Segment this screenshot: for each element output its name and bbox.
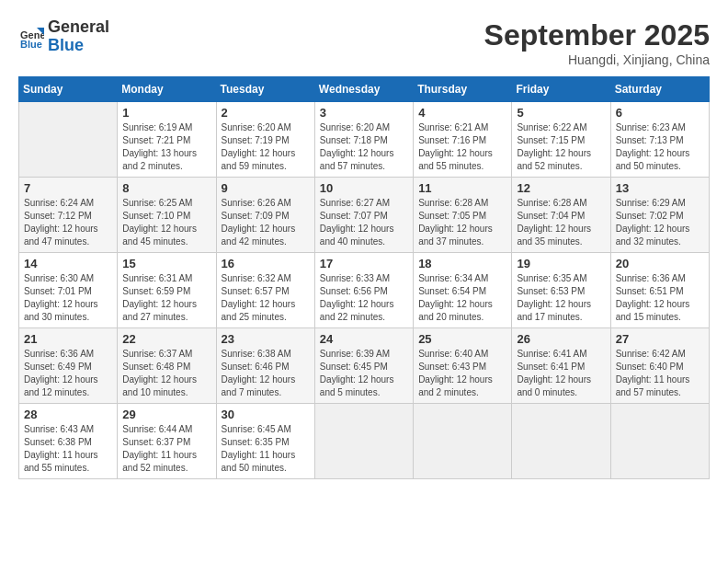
- logo-text: General Blue: [48, 18, 109, 55]
- location-subtitle: Huangdi, Xinjiang, China: [484, 52, 710, 67]
- column-header-monday: Monday: [118, 77, 216, 102]
- calendar-header: SundayMondayTuesdayWednesdayThursdayFrid…: [19, 77, 710, 102]
- day-number: 24: [320, 332, 408, 346]
- month-title: September 2025: [484, 18, 710, 52]
- column-header-tuesday: Tuesday: [216, 77, 314, 102]
- day-number: 28: [24, 408, 112, 421]
- day-info: Sunrise: 6:34 AMSunset: 6:54 PMDaylight:…: [418, 272, 506, 324]
- calendar-cell: 14Sunrise: 6:30 AMSunset: 7:01 PMDayligh…: [19, 253, 118, 328]
- day-number: 22: [122, 332, 210, 346]
- calendar-week-row: 14Sunrise: 6:30 AMSunset: 7:01 PMDayligh…: [19, 253, 710, 328]
- day-info: Sunrise: 6:39 AMSunset: 6:45 PMDaylight:…: [320, 348, 408, 399]
- day-number: 8: [122, 181, 210, 195]
- day-number: 29: [122, 408, 210, 421]
- day-number: 1: [122, 106, 210, 120]
- day-info: Sunrise: 6:27 AMSunset: 7:07 PMDaylight:…: [320, 197, 408, 248]
- day-info: Sunrise: 6:32 AMSunset: 6:57 PMDaylight:…: [222, 272, 310, 324]
- day-number: 11: [418, 181, 506, 195]
- calendar-cell: 6Sunrise: 6:23 AMSunset: 7:13 PMDaylight…: [610, 102, 709, 178]
- calendar-week-row: 1Sunrise: 6:19 AMSunset: 7:21 PMDaylight…: [19, 102, 710, 178]
- day-info: Sunrise: 6:43 AMSunset: 6:38 PMDaylight:…: [24, 423, 112, 475]
- calendar-cell: 28Sunrise: 6:43 AMSunset: 6:38 PMDayligh…: [19, 404, 118, 479]
- column-header-friday: Friday: [512, 77, 610, 102]
- day-number: 6: [616, 106, 704, 120]
- calendar-cell: 27Sunrise: 6:42 AMSunset: 6:40 PMDayligh…: [610, 328, 709, 404]
- day-number: 15: [122, 257, 210, 270]
- day-info: Sunrise: 6:28 AMSunset: 7:05 PMDaylight:…: [418, 197, 506, 248]
- day-info: Sunrise: 6:33 AMSunset: 6:56 PMDaylight:…: [320, 272, 408, 324]
- day-info: Sunrise: 6:19 AMSunset: 7:21 PMDaylight:…: [122, 121, 210, 173]
- day-info: Sunrise: 6:45 AMSunset: 6:35 PMDaylight:…: [222, 423, 310, 475]
- calendar-cell: [512, 404, 610, 479]
- calendar-cell: 16Sunrise: 6:32 AMSunset: 6:57 PMDayligh…: [216, 253, 314, 328]
- day-info: Sunrise: 6:20 AMSunset: 7:18 PMDaylight:…: [320, 121, 408, 173]
- calendar-cell: 9Sunrise: 6:26 AMSunset: 7:09 PMDaylight…: [216, 178, 314, 253]
- day-number: 4: [418, 106, 506, 120]
- title-block: September 2025 Huangdi, Xinjiang, China: [484, 18, 710, 67]
- page-header: General Blue General Blue September 2025…: [18, 18, 710, 67]
- calendar-cell: 2Sunrise: 6:20 AMSunset: 7:19 PMDaylight…: [216, 102, 314, 178]
- calendar-cell: 20Sunrise: 6:36 AMSunset: 6:51 PMDayligh…: [610, 253, 709, 328]
- day-number: 16: [222, 257, 310, 270]
- day-info: Sunrise: 6:31 AMSunset: 6:59 PMDaylight:…: [122, 272, 210, 324]
- day-number: 17: [320, 257, 408, 270]
- calendar-cell: [414, 404, 512, 479]
- calendar-week-row: 21Sunrise: 6:36 AMSunset: 6:49 PMDayligh…: [19, 328, 710, 404]
- calendar-cell: 19Sunrise: 6:35 AMSunset: 6:53 PMDayligh…: [512, 253, 610, 328]
- calendar-cell: [610, 404, 709, 479]
- day-info: Sunrise: 6:28 AMSunset: 7:04 PMDaylight:…: [517, 197, 605, 248]
- day-number: 10: [320, 181, 408, 195]
- day-info: Sunrise: 6:24 AMSunset: 7:12 PMDaylight:…: [24, 197, 112, 248]
- day-info: Sunrise: 6:35 AMSunset: 6:53 PMDaylight:…: [517, 272, 605, 324]
- calendar-cell: 1Sunrise: 6:19 AMSunset: 7:21 PMDaylight…: [118, 102, 216, 178]
- calendar-cell: 23Sunrise: 6:38 AMSunset: 6:46 PMDayligh…: [216, 328, 314, 404]
- day-info: Sunrise: 6:38 AMSunset: 6:46 PMDaylight:…: [222, 348, 310, 399]
- day-info: Sunrise: 6:20 AMSunset: 7:19 PMDaylight:…: [222, 121, 310, 173]
- calendar-cell: 17Sunrise: 6:33 AMSunset: 6:56 PMDayligh…: [314, 253, 413, 328]
- calendar-cell: [19, 102, 118, 178]
- column-header-sunday: Sunday: [19, 77, 118, 102]
- day-number: 3: [320, 106, 408, 120]
- header-row: SundayMondayTuesdayWednesdayThursdayFrid…: [19, 77, 710, 102]
- day-number: 18: [418, 257, 506, 270]
- calendar-cell: 24Sunrise: 6:39 AMSunset: 6:45 PMDayligh…: [314, 328, 413, 404]
- day-info: Sunrise: 6:26 AMSunset: 7:09 PMDaylight:…: [222, 197, 310, 248]
- calendar-cell: 18Sunrise: 6:34 AMSunset: 6:54 PMDayligh…: [414, 253, 512, 328]
- column-header-wednesday: Wednesday: [314, 77, 413, 102]
- day-number: 12: [517, 181, 605, 195]
- day-number: 7: [24, 181, 112, 195]
- day-info: Sunrise: 6:36 AMSunset: 6:49 PMDaylight:…: [24, 348, 112, 399]
- logo-icon: General Blue: [18, 24, 44, 50]
- calendar-cell: 8Sunrise: 6:25 AMSunset: 7:10 PMDaylight…: [118, 178, 216, 253]
- calendar-cell: 4Sunrise: 6:21 AMSunset: 7:16 PMDaylight…: [414, 102, 512, 178]
- day-number: 30: [222, 408, 310, 421]
- calendar-cell: 7Sunrise: 6:24 AMSunset: 7:12 PMDaylight…: [19, 178, 118, 253]
- day-info: Sunrise: 6:44 AMSunset: 6:37 PMDaylight:…: [122, 423, 210, 475]
- calendar-cell: 26Sunrise: 6:41 AMSunset: 6:41 PMDayligh…: [512, 328, 610, 404]
- day-info: Sunrise: 6:36 AMSunset: 6:51 PMDaylight:…: [616, 272, 704, 324]
- calendar-cell: 30Sunrise: 6:45 AMSunset: 6:35 PMDayligh…: [216, 404, 314, 479]
- day-number: 26: [517, 332, 605, 346]
- day-info: Sunrise: 6:41 AMSunset: 6:41 PMDaylight:…: [517, 348, 605, 399]
- day-number: 19: [517, 257, 605, 270]
- calendar-table: SundayMondayTuesdayWednesdayThursdayFrid…: [18, 76, 710, 479]
- calendar-cell: 21Sunrise: 6:36 AMSunset: 6:49 PMDayligh…: [19, 328, 118, 404]
- day-number: 5: [517, 106, 605, 120]
- calendar-cell: 10Sunrise: 6:27 AMSunset: 7:07 PMDayligh…: [314, 178, 413, 253]
- day-info: Sunrise: 6:40 AMSunset: 6:43 PMDaylight:…: [418, 348, 506, 399]
- day-info: Sunrise: 6:30 AMSunset: 7:01 PMDaylight:…: [24, 272, 112, 324]
- day-info: Sunrise: 6:29 AMSunset: 7:02 PMDaylight:…: [616, 197, 704, 248]
- day-number: 2: [222, 106, 310, 120]
- calendar-week-row: 28Sunrise: 6:43 AMSunset: 6:38 PMDayligh…: [19, 404, 710, 479]
- day-number: 13: [616, 181, 704, 195]
- calendar-cell: 5Sunrise: 6:22 AMSunset: 7:15 PMDaylight…: [512, 102, 610, 178]
- day-info: Sunrise: 6:25 AMSunset: 7:10 PMDaylight:…: [122, 197, 210, 248]
- day-info: Sunrise: 6:42 AMSunset: 6:40 PMDaylight:…: [616, 348, 704, 399]
- column-header-thursday: Thursday: [414, 77, 512, 102]
- calendar-cell: 29Sunrise: 6:44 AMSunset: 6:37 PMDayligh…: [118, 404, 216, 479]
- day-info: Sunrise: 6:37 AMSunset: 6:48 PMDaylight:…: [122, 348, 210, 399]
- calendar-cell: 11Sunrise: 6:28 AMSunset: 7:05 PMDayligh…: [414, 178, 512, 253]
- calendar-week-row: 7Sunrise: 6:24 AMSunset: 7:12 PMDaylight…: [19, 178, 710, 253]
- calendar-body: 1Sunrise: 6:19 AMSunset: 7:21 PMDaylight…: [19, 102, 710, 479]
- column-header-saturday: Saturday: [610, 77, 709, 102]
